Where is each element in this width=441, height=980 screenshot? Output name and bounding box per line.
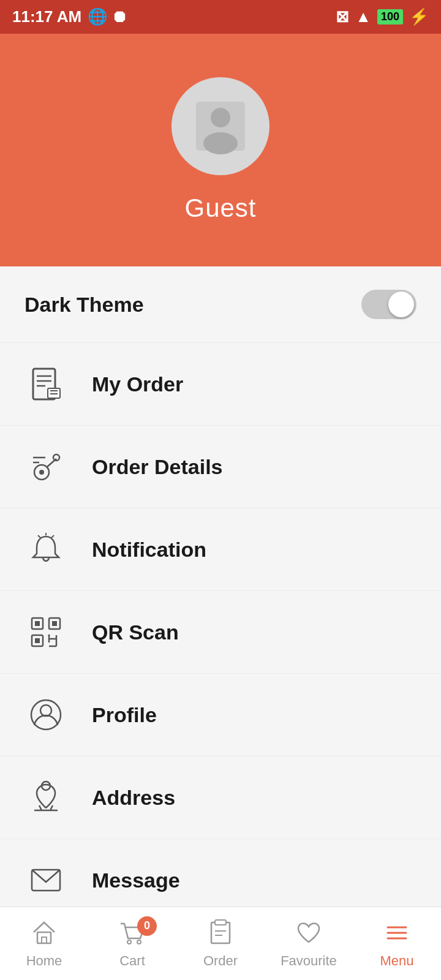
svg-rect-47 xyxy=(215,920,226,925)
menu-item-order-details[interactable]: Order Details xyxy=(0,426,441,508)
menu-item-notification[interactable]: Notification xyxy=(0,508,441,591)
content-area: Dark Theme My Order xyxy=(0,266,441,980)
svg-rect-22 xyxy=(52,621,57,626)
address-icon xyxy=(24,776,67,819)
svg-line-16 xyxy=(38,535,40,538)
dark-theme-row: Dark Theme xyxy=(0,266,441,343)
menu-item-my-order[interactable]: My Order xyxy=(0,343,441,426)
menu-label-qr-scan: QR Scan xyxy=(92,620,179,644)
nav-item-home[interactable]: Home xyxy=(0,919,88,969)
svg-rect-46 xyxy=(211,922,230,943)
toggle-knob xyxy=(388,292,414,317)
svg-point-11 xyxy=(39,470,44,475)
menu-label-profile: Profile xyxy=(92,703,157,727)
status-bar: 11:17 AM 🌐 ⏺ ⊠ ▲ 100 ⚡ xyxy=(0,0,441,34)
dark-theme-toggle[interactable] xyxy=(361,290,417,319)
svg-rect-20 xyxy=(35,621,40,626)
menu-icon xyxy=(383,919,411,949)
menu-label-order-details: Order Details xyxy=(92,455,223,479)
menu-label-address: Address xyxy=(92,786,175,810)
order-list-icon xyxy=(24,363,67,405)
menu-item-address[interactable]: Address xyxy=(0,756,441,839)
nav-label-menu: Menu xyxy=(380,953,413,969)
bottom-navigation: Home 0 Cart Order xyxy=(0,907,441,980)
menu-item-qr-scan[interactable]: QR Scan xyxy=(0,591,441,674)
avatar xyxy=(172,77,270,175)
time: 11:17 AM xyxy=(12,7,81,26)
svg-point-44 xyxy=(127,940,131,944)
home-icon xyxy=(30,919,58,949)
svg-point-1 xyxy=(211,108,230,127)
nav-item-favourite[interactable]: Favourite xyxy=(265,919,353,969)
nav-item-cart[interactable]: 0 Cart xyxy=(88,919,176,969)
charge-icon: ⚡ xyxy=(409,7,429,26)
svg-rect-43 xyxy=(42,937,47,943)
favourite-icon xyxy=(295,919,323,949)
nav-label-home: Home xyxy=(26,953,62,969)
cart-badge: 0 xyxy=(137,916,157,936)
dark-theme-label: Dark Theme xyxy=(24,293,144,317)
menu-label-my-order: My Order xyxy=(92,372,183,396)
svg-point-31 xyxy=(40,705,51,716)
menu-label-message: Message xyxy=(92,869,180,892)
order-nav-icon xyxy=(206,919,235,949)
profile-icon xyxy=(24,693,67,736)
sim-icon: ⊠ xyxy=(336,7,349,26)
qr-scan-icon xyxy=(24,611,67,654)
message-icon xyxy=(24,859,67,902)
notification-icon xyxy=(24,528,67,571)
order-details-icon xyxy=(24,445,67,488)
avatar-image-icon xyxy=(190,96,251,157)
svg-point-2 xyxy=(203,132,238,154)
wifi-icon: ▲ xyxy=(355,7,371,26)
status-left: 11:17 AM 🌐 ⏺ xyxy=(12,7,127,26)
battery-indicator: 100 xyxy=(377,9,403,24)
svg-rect-24 xyxy=(35,638,40,643)
menu-label-notification: Notification xyxy=(92,538,206,562)
svg-point-45 xyxy=(137,940,141,944)
status-right: ⊠ ▲ 100 ⚡ xyxy=(336,7,429,26)
nav-label-order: Order xyxy=(203,953,238,969)
menu-item-profile[interactable]: Profile xyxy=(0,674,441,756)
nav-item-order[interactable]: Order xyxy=(176,919,265,969)
username: Guest xyxy=(184,194,256,223)
nav-label-cart: Cart xyxy=(119,953,145,969)
nav-label-favourite: Favourite xyxy=(281,953,337,969)
nav-item-menu[interactable]: Menu xyxy=(353,919,441,969)
signal-icons: 🌐 ⏺ xyxy=(88,7,127,26)
svg-line-17 xyxy=(51,535,54,538)
profile-header: Guest xyxy=(0,34,441,266)
